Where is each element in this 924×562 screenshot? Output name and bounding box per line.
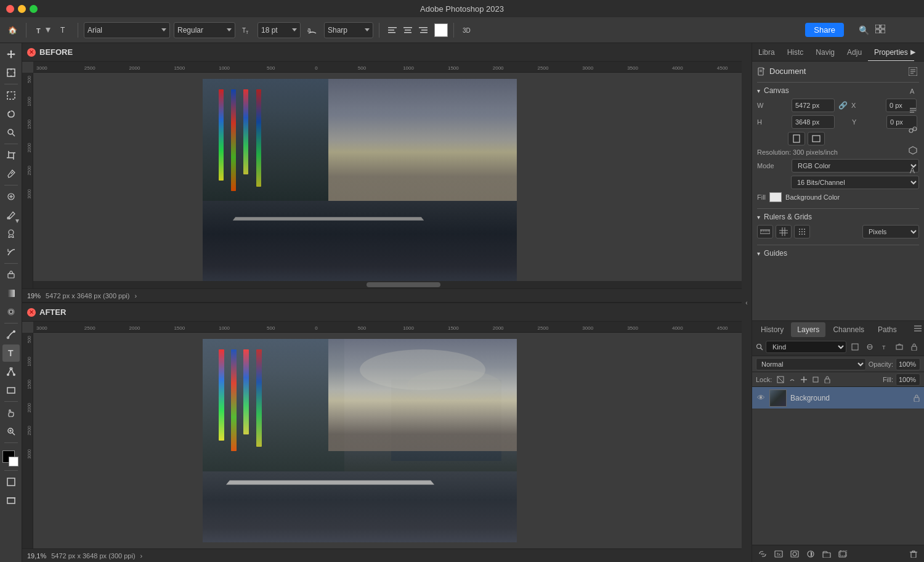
quick-select-button[interactable]: [2, 124, 20, 141]
pixels-select[interactable]: Pixels Inches Centimeters: [862, 225, 919, 238]
3d-button[interactable]: [904, 142, 922, 159]
type-tool-button[interactable]: T: [32, 24, 54, 36]
align-center-button[interactable]: [400, 25, 415, 36]
character-button[interactable]: A: [904, 161, 922, 179]
home-button[interactable]: 🏠: [5, 24, 20, 36]
gradient-tool-button[interactable]: [2, 285, 20, 302]
screen-mode-button[interactable]: [2, 473, 20, 491]
bits-select[interactable]: 16 Bits/Channel 8 Bits/Channel 32 Bits/C…: [791, 176, 919, 189]
font-family-select[interactable]: Arial: [84, 22, 170, 38]
blur-tool-button[interactable]: [2, 303, 20, 320]
ruler-px-button[interactable]: [757, 225, 773, 238]
contextual-task-bar[interactable]: [904, 63, 922, 80]
background-color[interactable]: [9, 457, 18, 466]
mode-select[interactable]: RGB Color CMYK Color Grayscale: [792, 159, 919, 173]
paragraph-button[interactable]: [904, 102, 922, 120]
landscape-button[interactable]: [808, 132, 825, 145]
guides-collapse-arrow[interactable]: ▾: [757, 250, 760, 257]
align-left-button[interactable]: [385, 25, 400, 36]
panel-collapse-button[interactable]: ‹: [742, 43, 752, 562]
after-arrow[interactable]: ›: [140, 552, 143, 560]
grid-button[interactable]: [776, 225, 792, 238]
history-brush-button[interactable]: [2, 243, 20, 261]
layers-panel-menu[interactable]: [914, 325, 922, 334]
layer-filter-type-btn[interactable]: T: [878, 341, 891, 353]
anti-alias-select[interactable]: Sharp: [324, 22, 373, 38]
healing-brush-button[interactable]: [2, 188, 20, 205]
layer-filter-pixel-btn[interactable]: [849, 341, 861, 353]
foreground-color[interactable]: [2, 450, 15, 463]
delete-layer-button[interactable]: [907, 548, 920, 560]
lock-transparent-btn[interactable]: [776, 375, 785, 385]
width-input[interactable]: [792, 99, 835, 112]
rulers-collapse-arrow[interactable]: ▾: [757, 214, 760, 221]
layer-visibility-toggle[interactable]: 👁: [756, 393, 766, 403]
move-tool-button[interactable]: [2, 46, 20, 63]
layers-kind-select[interactable]: Kind: [766, 341, 846, 353]
layer-filter-smart-btn[interactable]: [893, 341, 906, 353]
artboard-tool-button[interactable]: [2, 64, 20, 81]
crop-tool-button[interactable]: [2, 147, 20, 164]
share-button[interactable]: Share: [805, 23, 844, 37]
new-group-button[interactable]: [820, 548, 833, 560]
3d-text-button[interactable]: 3D: [460, 24, 476, 36]
before-close-button[interactable]: ✕: [27, 48, 36, 57]
lock-artboard-btn[interactable]: [811, 375, 821, 385]
tab-history[interactable]: History: [755, 322, 790, 337]
properties-panel-button[interactable]: A: [904, 83, 922, 100]
tab-histc[interactable]: Histc: [781, 43, 810, 62]
type-tool-left-button[interactable]: T: [2, 344, 20, 362]
rectangle-tool-button[interactable]: [2, 381, 20, 399]
link-layers-button[interactable]: [756, 548, 769, 560]
new-layer-button[interactable]: [836, 548, 849, 560]
tab-channels[interactable]: Channels: [827, 322, 870, 337]
rectangular-marquee-button[interactable]: [2, 87, 20, 104]
eyedropper-button[interactable]: [2, 165, 20, 182]
tab-layers[interactable]: Layers: [791, 322, 825, 337]
layer-filter-lock-btn[interactable]: [908, 341, 920, 353]
layer-style-button[interactable]: fx: [772, 548, 785, 560]
fullscreen-button[interactable]: [2, 492, 20, 509]
height-input[interactable]: [792, 115, 835, 129]
align-right-button[interactable]: [416, 25, 431, 36]
brush-tool-button[interactable]: [2, 206, 20, 224]
before-scrollbar-h[interactable]: [33, 281, 742, 288]
table-row[interactable]: 👁 Background: [752, 387, 924, 409]
eraser-tool-button[interactable]: [2, 266, 20, 283]
link-icon[interactable]: 🔗: [838, 101, 848, 110]
minimize-button[interactable]: [18, 5, 26, 13]
tab-adju[interactable]: Adju: [841, 43, 868, 62]
path-select-button[interactable]: [2, 363, 20, 380]
blend-mode-select[interactable]: Normal Multiply Screen Overlay: [756, 358, 866, 370]
font-style-select[interactable]: Regular: [174, 22, 235, 38]
hand-tool-button[interactable]: [2, 404, 20, 422]
fill-color-swatch[interactable]: [769, 192, 782, 202]
clone-stamp-button[interactable]: [2, 225, 20, 242]
before-canvas-bg[interactable]: [33, 73, 742, 288]
warp-text-button[interactable]: a: [304, 24, 320, 36]
learn-button[interactable]: ▶: [904, 43, 922, 60]
search-button[interactable]: 🔍: [857, 23, 871, 37]
text-color-swatch[interactable]: [434, 23, 448, 37]
tab-libra[interactable]: Libra: [752, 43, 781, 62]
zoom-tool-button[interactable]: [2, 423, 20, 440]
after-canvas-bg[interactable]: [33, 333, 742, 548]
pen-tool-button[interactable]: [2, 326, 20, 343]
close-button[interactable]: [6, 5, 14, 13]
lasso-tool-button[interactable]: [2, 105, 20, 123]
new-fill-adjustment-button[interactable]: [804, 548, 817, 560]
tab-navig[interactable]: Navig: [809, 43, 841, 62]
portrait-button[interactable]: [788, 132, 805, 145]
lock-pixels-btn[interactable]: [787, 375, 797, 385]
layer-filter-adjust-btn[interactable]: [864, 341, 876, 353]
maximize-button[interactable]: [30, 5, 38, 13]
lock-all-btn[interactable]: [822, 375, 832, 385]
font-size-select[interactable]: 18 pt: [257, 22, 301, 38]
canvas-collapse-arrow[interactable]: ▾: [757, 88, 760, 94]
lock-position-btn[interactable]: [799, 375, 809, 385]
opacity-value[interactable]: 100%: [896, 358, 920, 370]
adjustments-button[interactable]: [904, 122, 922, 139]
before-arrow[interactable]: ›: [134, 292, 137, 299]
foreground-background-colors[interactable]: [2, 448, 20, 465]
after-close-button[interactable]: ✕: [27, 308, 36, 317]
